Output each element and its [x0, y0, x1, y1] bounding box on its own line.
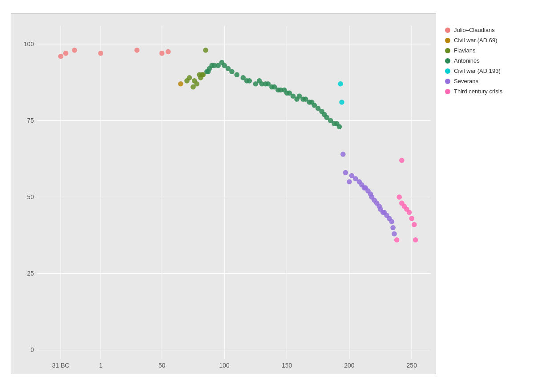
data-point — [347, 179, 352, 184]
legend-dot — [445, 48, 450, 53]
data-point — [413, 237, 418, 243]
legend-item: Julio–Claudians — [445, 27, 525, 33]
data-point — [407, 210, 412, 215]
data-point — [390, 225, 396, 230]
legend-item: Severans — [445, 78, 525, 84]
plot-area: 025507510031 BC150100150200250 — [11, 13, 436, 374]
chart-container: 025507510031 BC150100150200250 Julio–Cla… — [0, 0, 534, 392]
data-point — [159, 51, 165, 56]
svg-text:200: 200 — [344, 362, 355, 369]
data-point — [337, 124, 342, 129]
legend-label: Antonines — [454, 57, 480, 64]
svg-text:250: 250 — [407, 362, 417, 369]
data-point — [396, 195, 402, 200]
legend-dot — [445, 58, 450, 64]
svg-text:100: 100 — [219, 362, 230, 369]
data-point — [399, 158, 405, 163]
data-point — [187, 75, 192, 80]
legend-label: Flavians — [454, 47, 475, 54]
svg-text:25: 25 — [27, 270, 34, 277]
svg-text:75: 75 — [27, 117, 34, 124]
data-point — [338, 81, 343, 87]
data-point — [389, 219, 395, 224]
data-point — [134, 48, 140, 53]
data-point — [247, 78, 252, 84]
data-point — [339, 100, 344, 105]
data-point — [98, 51, 104, 56]
data-point — [340, 152, 346, 157]
data-point — [412, 222, 417, 228]
data-point — [178, 81, 183, 87]
data-point — [234, 72, 239, 77]
x-axis — [11, 376, 525, 387]
svg-text:150: 150 — [282, 362, 292, 369]
svg-text:50: 50 — [158, 362, 166, 369]
legend-item: Third century crisis — [445, 88, 525, 95]
data-point — [72, 48, 77, 53]
legend: Julio–ClaudiansCivil war (AD 69)Flavians… — [436, 13, 525, 374]
legend-label: Julio–Claudians — [454, 27, 495, 33]
data-point — [203, 48, 208, 53]
legend-label: Civil war (AD 193) — [454, 68, 501, 74]
legend-dot — [445, 68, 450, 74]
svg-text:50: 50 — [27, 193, 34, 200]
legend-dot — [445, 89, 450, 94]
svg-text:100: 100 — [24, 40, 34, 48]
scatter-plot: 025507510031 BC150100150200250 — [11, 14, 436, 374]
svg-text:31 BC: 31 BC — [52, 362, 69, 369]
data-point — [166, 49, 171, 55]
legend-dot — [445, 28, 450, 33]
data-point — [394, 237, 400, 243]
legend-item: Civil war (AD 193) — [445, 68, 525, 74]
data-point — [58, 54, 64, 59]
svg-text:1: 1 — [99, 362, 102, 369]
data-point — [229, 69, 235, 74]
data-point — [63, 51, 69, 56]
data-point — [343, 170, 348, 176]
legend-label: Severans — [454, 78, 478, 84]
legend-dot — [445, 38, 450, 43]
legend-item: Civil war (AD 69) — [445, 37, 525, 44]
legend-label: Third century crisis — [454, 88, 502, 95]
data-point — [392, 231, 397, 236]
legend-item: Flavians — [445, 47, 525, 54]
data-point — [194, 81, 200, 87]
data-point — [409, 216, 414, 221]
legend-item: Antonines — [445, 57, 525, 64]
legend-label: Civil war (AD 69) — [454, 37, 498, 44]
legend-dot — [445, 79, 450, 84]
svg-text:0: 0 — [30, 346, 34, 353]
